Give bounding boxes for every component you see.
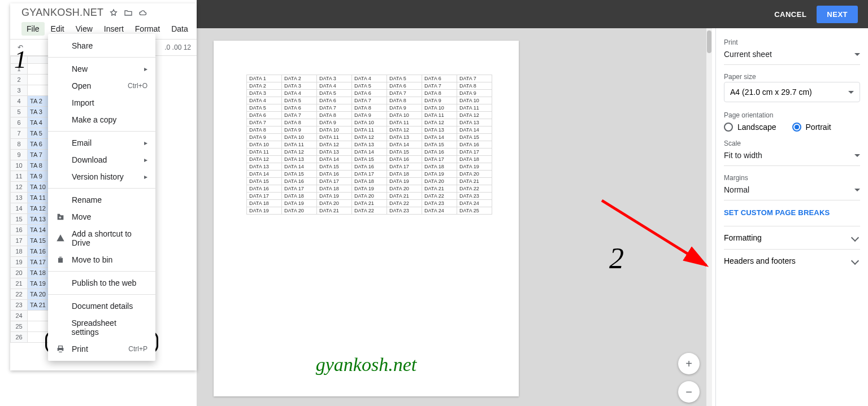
preview-cell: DATA 20: [282, 207, 317, 215]
preview-cell: DATA 10: [282, 134, 317, 141]
preview-cell: DATA 7: [457, 75, 492, 82]
row-header[interactable]: 10: [11, 160, 28, 171]
preview-cell: DATA 3: [282, 82, 317, 90]
preview-cell: DATA 15: [457, 134, 492, 141]
watermark-text: gyankosh.net: [214, 354, 519, 376]
row-header[interactable]: 18: [11, 246, 28, 257]
file-menu-make-a-copy[interactable]: Make a copy: [48, 111, 155, 128]
preview-cell: DATA 19: [457, 163, 492, 171]
preview-cell: DATA 20: [317, 200, 352, 207]
row-header[interactable]: 2: [11, 75, 28, 85]
preview-cell: DATA 11: [317, 134, 352, 141]
star-icon[interactable]: [109, 8, 118, 18]
menu-file[interactable]: File: [21, 22, 45, 36]
row-header[interactable]: 7: [11, 128, 28, 139]
preview-cell: DATA 5: [387, 75, 422, 82]
file-menu-version-history[interactable]: Version history▸: [48, 168, 155, 185]
row-header[interactable]: 15: [11, 214, 28, 225]
file-menu-new[interactable]: New▸: [48, 60, 155, 77]
preview-cell: DATA 11: [282, 141, 317, 149]
preview-scrollbar[interactable]: [706, 28, 712, 406]
preview-cell: DATA 24: [457, 200, 492, 207]
preview-cell: DATA 8: [422, 90, 457, 97]
preview-cell: DATA 2: [247, 82, 282, 90]
set-custom-page-breaks-link[interactable]: SET CUSTOM PAGE BREAKS: [724, 208, 860, 217]
file-menu-add-a-shortcut-to-drive[interactable]: Add a shortcut to Drive: [48, 225, 155, 251]
preview-cell: DATA 5: [317, 90, 352, 97]
preview-cell: DATA 19: [247, 207, 282, 215]
print-target-select[interactable]: Current sheet: [724, 47, 860, 65]
row-header[interactable]: 9: [11, 150, 28, 160]
preview-cell: DATA 11: [422, 112, 457, 119]
next-button[interactable]: NEXT: [817, 6, 858, 23]
menu-data[interactable]: Data: [166, 22, 193, 36]
row-header[interactable]: 13: [11, 193, 28, 203]
preview-cell: DATA 17: [352, 171, 387, 178]
preview-cell: DATA 16: [247, 185, 282, 193]
row-header[interactable]: 19: [11, 257, 28, 268]
file-menu-print[interactable]: PrintCtrl+P: [48, 340, 155, 357]
move-folder-icon[interactable]: [124, 8, 133, 18]
file-menu-open[interactable]: OpenCtrl+O: [48, 77, 155, 94]
row-header[interactable]: 26: [11, 332, 28, 343]
row-header[interactable]: 22: [11, 289, 28, 300]
file-menu-download[interactable]: Download▸: [48, 151, 155, 168]
orientation-portrait-radio[interactable]: Portrait: [792, 123, 831, 132]
document-title[interactable]: GYANKOSH.NET: [21, 7, 103, 19]
scale-select[interactable]: Fit to width: [724, 149, 860, 166]
file-menu-move[interactable]: Move: [48, 208, 155, 225]
row-header[interactable]: 23: [11, 300, 28, 311]
row-header[interactable]: 14: [11, 203, 28, 214]
preview-cell: DATA 14: [282, 163, 317, 171]
file-menu-publish-to-the-web[interactable]: Publish to the web: [48, 274, 155, 291]
row-header[interactable]: 6: [11, 117, 28, 128]
cancel-button[interactable]: CANCEL: [774, 10, 806, 19]
preview-cell: DATA 10: [422, 104, 457, 112]
formatting-expander[interactable]: Formatting: [724, 226, 860, 249]
preview-cell: DATA 21: [352, 200, 387, 207]
undo-icon[interactable]: ↶: [16, 43, 25, 51]
zoom-out-button[interactable]: −: [678, 381, 700, 403]
file-menu-rename[interactable]: Rename: [48, 191, 155, 208]
row-header[interactable]: 16: [11, 225, 28, 235]
chevron-down-icon: [851, 234, 859, 242]
preview-cell: DATA 12: [387, 126, 422, 134]
preview-cell: DATA 19: [317, 193, 352, 200]
preview-cell: DATA 22: [387, 200, 422, 207]
preview-cell: DATA 9: [422, 97, 457, 104]
headers-footers-expander[interactable]: Headers and footers: [724, 249, 860, 272]
row-header[interactable]: 5: [11, 107, 28, 117]
file-menu-share[interactable]: Share: [48, 37, 155, 54]
file-menu-move-to-bin[interactable]: Move to bin: [48, 251, 155, 268]
row-header[interactable]: 12: [11, 182, 28, 193]
orientation-landscape-radio[interactable]: Landscape: [724, 123, 776, 132]
zoom-in-button[interactable]: +: [678, 353, 700, 374]
preview-cell: DATA 9: [247, 134, 282, 141]
row-header[interactable]: 8: [11, 139, 28, 150]
preview-cell: DATA 21: [457, 178, 492, 185]
row-header[interactable]: 17: [11, 235, 28, 246]
row-header[interactable]: 21: [11, 278, 28, 289]
margins-select[interactable]: Normal: [724, 183, 860, 200]
file-menu-document-details[interactable]: Document details: [48, 298, 155, 315]
row-header[interactable]: 3: [11, 85, 28, 96]
row-header[interactable]: 4: [11, 96, 28, 107]
caret-down-icon: [854, 154, 860, 157]
preview-cell: DATA 15: [387, 149, 422, 156]
row-header[interactable]: 20: [11, 268, 28, 278]
row-header[interactable]: 11: [11, 171, 28, 182]
preview-cell: DATA 16: [282, 178, 317, 185]
preview-cell: DATA 8: [352, 104, 387, 112]
file-menu-import[interactable]: Import: [48, 94, 155, 111]
row-header[interactable]: 24: [11, 311, 28, 321]
preview-cell: DATA 15: [352, 156, 387, 163]
row-header[interactable]: 25: [11, 321, 28, 332]
preview-cell: DATA 6: [352, 90, 387, 97]
file-menu-spreadsheet-settings[interactable]: Spreadsheet settings: [48, 315, 155, 340]
print-icon: [56, 344, 65, 353]
cloud-status-icon[interactable]: [138, 8, 147, 18]
file-menu-email[interactable]: Email▸: [48, 134, 155, 151]
preview-cell: DATA 8: [457, 82, 492, 90]
paper-size-select[interactable]: A4 (21.0 cm x 29.7 cm): [724, 82, 860, 102]
row-header[interactable]: 1: [11, 64, 28, 75]
